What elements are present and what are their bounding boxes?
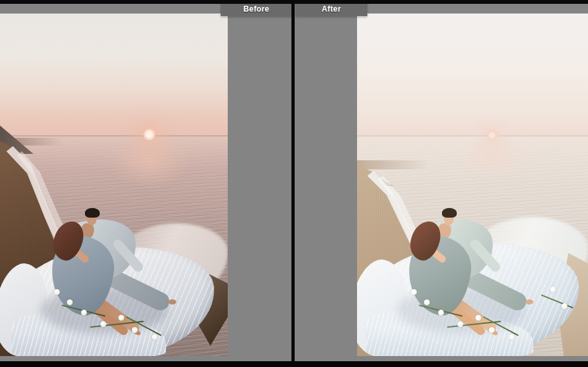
man-hair [442,208,457,218]
rose [475,315,481,321]
compare-view: Before After [0,0,588,367]
before-photo[interactable] [0,14,228,356]
vignette-layer [0,14,228,356]
after-photo[interactable] [357,14,588,356]
rose [509,334,515,340]
man-foot [526,299,533,305]
pane-divider [291,0,295,367]
rose [424,299,430,305]
distant-shore [357,160,429,169]
rose [489,327,495,333]
rose [438,310,444,315]
sun [487,130,497,140]
sky-layer [357,14,588,137]
rose [550,287,556,292]
rose [411,289,417,295]
after-label-tab: After [295,3,367,16]
rose [562,303,567,309]
before-label-tab: Before [221,3,292,16]
rose [457,321,463,327]
